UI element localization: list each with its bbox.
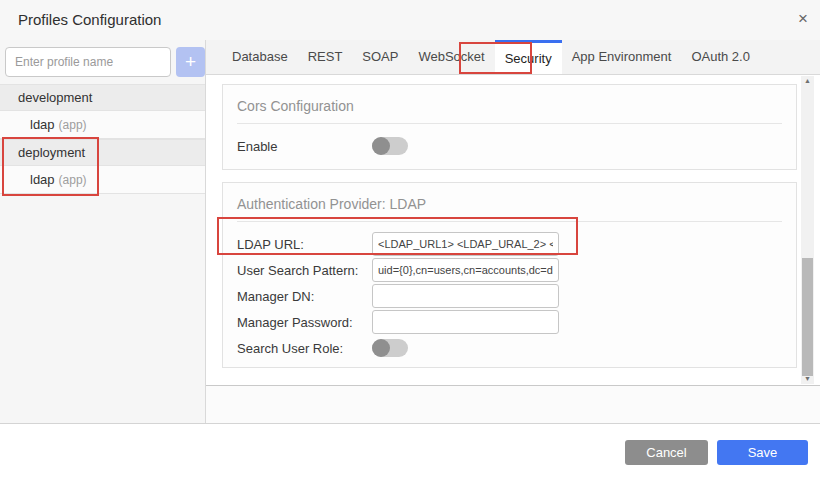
titlebar: Profiles Configuration × [0, 0, 820, 40]
tab-websocket[interactable]: WebSocket [408, 40, 494, 74]
manager-password-input[interactable] [372, 310, 559, 334]
dialog-title: Profiles Configuration [18, 11, 161, 28]
profile-name-input[interactable] [5, 47, 171, 77]
profile-type-suffix: (app) [59, 118, 87, 132]
scrollbar-thumb[interactable] [802, 258, 813, 376]
search-user-role-label: Search User Role: [237, 341, 372, 356]
tab-app-environment[interactable]: App Environment [562, 40, 682, 74]
sidebar-item-deployment[interactable]: deployment [0, 139, 205, 166]
footer: Cancel Save [0, 424, 820, 480]
cors-section-title: Cors Configuration [223, 85, 796, 123]
manager-dn-label: Manager DN: [237, 289, 372, 304]
profile-label: ldap [30, 172, 55, 187]
save-button[interactable]: Save [717, 440, 808, 465]
main-panel: Database REST SOAP WebSocket Security Ap… [205, 40, 820, 423]
profile-type-suffix: (app) [59, 173, 87, 187]
profile-name-row: + [5, 47, 205, 77]
sidebar-item-deployment-ldap[interactable]: ldap (app) [0, 166, 205, 194]
cors-configuration-card: Cors Configuration Enable [222, 84, 797, 170]
toggle-knob [372, 137, 390, 155]
ldap-url-input[interactable] [372, 232, 559, 256]
profiles-configuration-dialog: Profiles Configuration × + development l… [0, 0, 820, 480]
user-search-pattern-input[interactable] [372, 258, 559, 282]
authentication-provider-card: Authentication Provider: LDAP LDAP URL: … [222, 182, 797, 368]
profile-label: development [18, 90, 92, 105]
manager-dn-input[interactable] [372, 284, 559, 308]
scroll-up-arrow-icon[interactable]: ▲ [801, 76, 814, 86]
profile-list: development ldap (app) deployment ldap (… [0, 84, 205, 194]
vertical-scrollbar[interactable]: ▲ ▼ [801, 76, 814, 384]
profile-label: ldap [30, 117, 55, 132]
security-tab-content: Cors Configuration Enable Authentication… [206, 75, 820, 385]
cancel-button[interactable]: Cancel [625, 440, 708, 465]
sidebar-item-development[interactable]: development [0, 84, 205, 111]
profile-label: deployment [18, 145, 85, 160]
tab-database[interactable]: Database [222, 40, 298, 74]
scroll-down-arrow-icon[interactable]: ▼ [801, 374, 814, 384]
toggle-knob [372, 339, 390, 357]
sidebar-item-development-ldap[interactable]: ldap (app) [0, 111, 205, 139]
manager-password-label: Manager Password: [237, 315, 372, 330]
tab-bar: Database REST SOAP WebSocket Security Ap… [206, 40, 820, 75]
content-footer-strip [206, 386, 820, 423]
add-profile-button[interactable]: + [176, 47, 205, 77]
ldap-url-label: LDAP URL: [237, 237, 372, 252]
tab-rest[interactable]: REST [298, 40, 353, 74]
enable-label: Enable [237, 139, 372, 154]
close-icon[interactable]: × [798, 9, 808, 29]
cors-enable-toggle[interactable] [372, 137, 408, 155]
auth-section-title: Authentication Provider: LDAP [223, 183, 796, 221]
search-user-role-toggle[interactable] [372, 339, 408, 357]
user-search-pattern-label: User Search Pattern: [237, 263, 372, 278]
tab-soap[interactable]: SOAP [352, 40, 408, 74]
profiles-sidebar: + development ldap (app) deployment ldap… [0, 40, 205, 423]
tab-oauth[interactable]: OAuth 2.0 [681, 40, 760, 74]
tab-security[interactable]: Security [495, 40, 562, 74]
